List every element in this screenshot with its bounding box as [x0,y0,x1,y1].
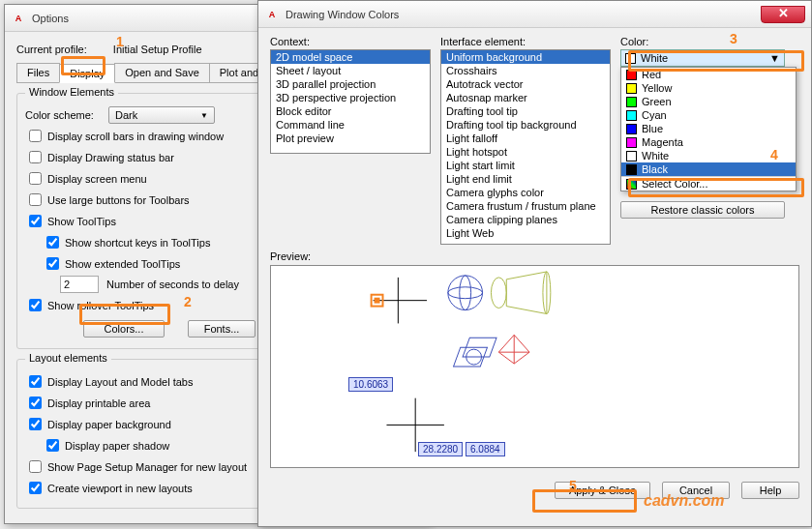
select-color-option[interactable]: Select Color... [621,176,796,191]
preview-label: Preview: [270,250,311,262]
tab-files[interactable]: Files [16,63,60,82]
annotation-5: 5 [569,478,577,493]
color-name: Magenta [642,136,683,148]
interface-item[interactable]: Autotrack vector [441,77,610,91]
interface-item[interactable]: Light end limit [441,172,610,186]
color-scheme-label: Color scheme: [25,109,108,121]
tab-display[interactable]: Display [59,64,115,83]
preview-area: 10.6063 28.2280 6.0884 [270,265,799,468]
color-option-cyan[interactable]: Cyan [621,108,796,122]
dimension-readout: 10.6063 [348,377,393,392]
interface-item[interactable]: Drafting tool tip [441,104,610,118]
color-scheme-select[interactable]: Dark▼ [108,106,215,124]
profile-label: Current profile: [16,44,87,55]
checkbox-shortcut-keys[interactable] [46,236,59,249]
checkbox-tooltips[interactable] [29,215,42,227]
label-scrollbars: Display scroll bars in drawing window [47,131,224,142]
color-name: Blue [642,123,663,134]
checkbox-page-setup[interactable] [29,460,42,473]
checkbox-screenmenu[interactable] [29,172,42,185]
swatch-icon [626,110,637,121]
color-option-white[interactable]: White [621,149,796,162]
checkbox-large-buttons[interactable] [29,193,42,206]
color-option-yellow[interactable]: Yellow [621,81,796,95]
color-name: Red [642,69,661,80]
help-button[interactable]: Help [741,482,799,499]
label-paper-bg: Display paper background [47,419,171,430]
drawing-window-colors-dialog: A Drawing Window Colors ✕ Context: 2D mo… [257,0,812,527]
color-name: Yellow [642,82,672,94]
context-item[interactable]: Block editor [271,104,430,118]
context-item[interactable]: Plot preview [271,132,430,145]
swatch-icon [625,53,636,64]
checkbox-extended-tooltips[interactable] [46,257,59,270]
color-option-blue[interactable]: Blue [621,122,796,135]
annotation-1: 1 [116,34,124,49]
swatch-icon [626,97,637,107]
context-label: Context: [270,36,431,47]
color-option-magenta[interactable]: Magenta [621,135,796,149]
label-tooltips: Show ToolTips [47,216,116,227]
dimension-readout: 28.2280 [418,442,463,456]
checkbox-viewport[interactable] [29,482,42,494]
color-name: Green [642,96,672,107]
interface-item[interactable]: Light falloff [441,132,610,145]
context-item[interactable]: Sheet / layout [271,64,430,77]
color-combobox[interactable]: White ▼ [620,49,785,67]
checkbox-rollover[interactable] [29,299,42,311]
interface-item[interactable]: Light start limit [441,159,610,172]
checkbox-printable[interactable] [29,397,42,409]
label-rollover: Show rollover ToolTips [47,300,154,311]
interface-item[interactable]: Camera clipping planes [441,213,610,226]
checkbox-statusbar[interactable] [29,151,42,163]
checkbox-layout-tabs[interactable] [29,375,42,388]
interface-item[interactable]: Camera glyphs color [441,186,610,199]
context-item[interactable]: 3D perspective projection [271,91,430,104]
interface-item[interactable]: Light Web [441,226,610,240]
interface-item[interactable]: Camera frustum / frustum plane [441,199,610,213]
svg-point-6 [448,287,483,299]
color-name: White [642,150,669,162]
preview-svg [271,266,798,467]
color-option-green[interactable]: Green [621,95,796,108]
color-name: Cyan [642,109,667,121]
chevron-down-icon: ▼ [200,111,208,120]
label-screenmenu: Display screen menu [47,173,147,185]
interface-item[interactable]: Autosnap marker [441,91,610,104]
label-page-setup: Show Page Setup Manager for new layout [47,461,247,473]
seconds-input[interactable] [60,276,99,293]
context-listbox[interactable]: 2D model space Sheet / layout 3D paralle… [270,49,431,154]
label-seconds: Number of seconds to delay [106,279,239,290]
checkbox-paper-bg[interactable] [29,418,42,430]
layout-elements-title: Layout elements [25,352,111,364]
interface-item[interactable]: Drafting tool tip background [441,118,610,132]
close-button[interactable]: ✕ [761,6,805,23]
label-statusbar: Display Drawing status bar [47,152,174,163]
label-extended-tooltips: Show extended ToolTips [65,258,180,270]
color-option-red[interactable]: Red [621,68,796,81]
colors-button[interactable]: Colors... [83,320,165,338]
interface-item[interactable]: Light hotspot [441,145,610,159]
checkbox-paper-shadow[interactable] [46,439,59,452]
svg-point-5 [460,276,471,310]
color-option-black[interactable]: Black [621,162,796,176]
color-selected-text: White [641,52,668,64]
restore-classic-button[interactable]: Restore classic colors [620,201,785,219]
context-item[interactable]: 3D parallel projection [271,77,430,91]
checkbox-scrollbars[interactable] [29,130,42,142]
swatch-icon [626,179,637,190]
dwc-titlebar[interactable]: A Drawing Window Colors ✕ [258,1,811,28]
context-item[interactable]: 2D model space [271,50,430,64]
context-item[interactable]: Command line [271,118,430,132]
color-dropdown[interactable]: Red Yellow Green Cyan Blue Magenta White… [620,67,797,191]
swatch-icon [626,83,637,94]
tab-open-save[interactable]: Open and Save [114,63,209,82]
label-large-buttons: Use large buttons for Toolbars [47,194,190,206]
interface-item[interactable]: Uniform background [441,50,610,64]
fonts-button[interactable]: Fonts... [188,320,256,338]
color-name: Black [642,163,668,175]
label-printable: Display printable area [47,397,150,409]
interface-item[interactable]: Crosshairs [441,64,610,77]
dwc-title: Drawing Window Colors [286,9,761,20]
interface-listbox[interactable]: Uniform background Crosshairs Autotrack … [440,49,611,245]
